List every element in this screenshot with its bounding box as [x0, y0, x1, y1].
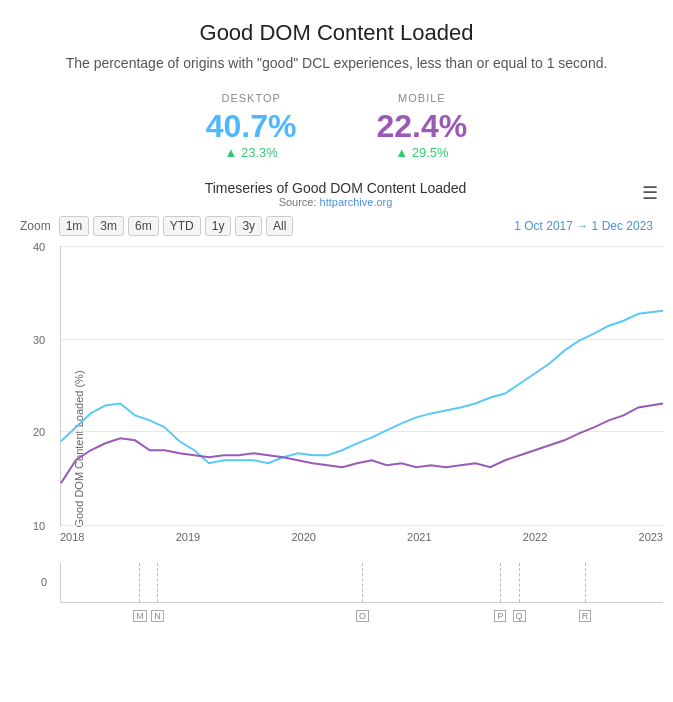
x-label-2019: 2019: [176, 531, 200, 543]
chart-source: Source: httparchive.org: [34, 196, 637, 208]
mobile-change: 29.5%: [377, 145, 468, 160]
zoom-3y[interactable]: 3y: [235, 216, 262, 236]
zoom-3m[interactable]: 3m: [93, 216, 124, 236]
zoom-1m[interactable]: 1m: [59, 216, 90, 236]
metrics-row: DESKTOP 40.7% 23.3% MOBILE 22.4% 29.5%: [10, 92, 663, 160]
zoom-all[interactable]: All: [266, 216, 293, 236]
date-range: 1 Oct 2017 → 1 Dec 2023: [514, 219, 663, 233]
x-label-2022: 2022: [523, 531, 547, 543]
x-label-2020: 2020: [291, 531, 315, 543]
chart-section: Timeseries of Good DOM Content Loaded So…: [10, 180, 663, 653]
x-label-2023: 2023: [639, 531, 663, 543]
desktop-value: 40.7%: [206, 108, 297, 145]
chart-svg: [61, 246, 663, 525]
x-axis-labels: 2018 2019 2020 2021 2022 2023: [60, 531, 663, 543]
x-label-2018: 2018: [60, 531, 84, 543]
page-subtitle: The percentage of origins with "good" DC…: [10, 54, 663, 74]
desktop-metric: DESKTOP 40.7% 23.3%: [206, 92, 297, 160]
chart-source-link[interactable]: httparchive.org: [320, 196, 393, 208]
zoom-label: Zoom: [20, 219, 51, 233]
zoom-1y[interactable]: 1y: [205, 216, 232, 236]
hamburger-icon[interactable]: ☰: [637, 182, 663, 204]
chart-title: Timeseries of Good DOM Content Loaded: [34, 180, 637, 196]
mobile-label: MOBILE: [377, 92, 468, 104]
bottom-chart-container: 0 M N O P Q R: [60, 563, 663, 603]
main-chart-area: 40 30 20 10: [60, 246, 663, 526]
zoom-controls: Zoom 1m 3m 6m YTD 1y 3y All 1 Oct 2017 →…: [10, 216, 663, 236]
desktop-label: DESKTOP: [206, 92, 297, 104]
page-title: Good DOM Content Loaded: [10, 20, 663, 46]
zoom-6m[interactable]: 6m: [128, 216, 159, 236]
bottom-chart-area: 0 M N O P Q R: [60, 563, 663, 603]
chart-header: Timeseries of Good DOM Content Loaded So…: [10, 180, 663, 208]
desktop-change: 23.3%: [206, 145, 297, 160]
mobile-metric: MOBILE 22.4% 29.5%: [377, 92, 468, 160]
mobile-value: 22.4%: [377, 108, 468, 145]
x-label-2021: 2021: [407, 531, 431, 543]
main-chart-wrapper: Good DOM Content Loaded (%) 40 30 20 10: [10, 246, 663, 653]
chart-title-block: Timeseries of Good DOM Content Loaded So…: [34, 180, 637, 208]
zoom-ytd[interactable]: YTD: [163, 216, 201, 236]
